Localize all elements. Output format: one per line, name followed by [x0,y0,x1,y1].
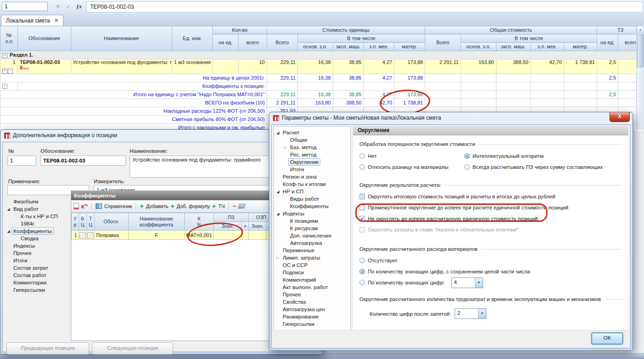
params-tree-item[interactable]: ◢НР и СП [274,188,350,195]
cell-value[interactable] [425,98,461,107]
scroll-up-icon[interactable]: ▲ [637,26,644,33]
cell-value[interactable]: 163,80 [461,59,496,74]
params-tree-item[interactable]: Ранжирование [274,313,350,320]
params-tree-item[interactable]: Автозагрузка [274,239,350,247]
cell-value[interactable] [425,82,461,90]
section-row[interactable]: −Раздел 1. [0,51,644,59]
checkbox-option[interactable]: Промежуточное округление до копеек при р… [359,202,622,213]
params-tree-item[interactable]: К ресурсам [274,225,350,232]
cell-value[interactable]: 173,88 [394,74,425,82]
tree-open-icon[interactable]: ◢ [275,131,281,135]
cell[interactable] [241,231,249,240]
tree-open-icon[interactable]: ◢ [275,212,281,216]
close-icon[interactable]: X [610,112,630,122]
cell-value[interactable] [461,82,496,90]
info-tree-item[interactable]: ◢Вид работ [5,205,69,213]
params-dialog-titlebar[interactable]: Параметры сметы - Мои сметы\Новая папка\… [269,112,633,123]
cell-value[interactable] [496,98,530,107]
cell-k[interactable]: F [128,231,184,240]
sheet-icon[interactable] [74,203,79,209]
cancel-icon[interactable]: ✕ [53,2,63,11]
params-tree-item[interactable]: ▷Лимит. затраты [274,254,350,261]
dropdown-arrow-icon[interactable]: ▼ [475,278,483,288]
cell-value[interactable] [461,74,496,82]
cell-value[interactable] [461,98,496,107]
vertical-scrollbar[interactable]: ▲ [636,26,644,130]
cell-value[interactable] [530,74,564,82]
cell-value[interactable]: 38,85 [333,59,364,74]
radio-option[interactable]: По количеству значащих цифр, с сохранени… [359,266,622,277]
cell-value[interactable]: 229,11 [267,90,297,98]
params-tree-item[interactable]: Акт выполн. работ [274,284,350,291]
estimate-sub-row[interactable]: Итого на единицу с учетом "Надо Поправка… [0,90,644,98]
params-tree-item[interactable]: Итоги [274,166,350,173]
radio-option[interactable]: Относить разницу на материалы [359,162,464,173]
cell-value[interactable]: 1 738,81 [394,98,425,107]
estimate-sub-row[interactable]: ВСЕГО на физобъем (10)2 291,11163,80388,… [0,98,644,107]
previous-position-button[interactable]: Предыдущая позиция [6,342,89,354]
cell[interactable] [213,59,239,74]
tree-open-icon[interactable]: ◢ [6,207,11,211]
dropdown-arrow-icon[interactable]: ▼ [478,309,486,318]
cell-value[interactable]: 42,70 [530,59,564,74]
info-tree-item[interactable]: Состав затрат [5,264,69,272]
collapse-icon[interactable]: − [2,53,7,58]
info-tree-item[interactable]: 1984г. [5,220,69,227]
cell-value[interactable] [425,90,461,98]
name-box-input[interactable] [2,2,48,11]
cell-tz-per-unit[interactable] [597,98,618,107]
justification-field[interactable] [40,156,126,166]
info-tree-item[interactable]: Состав работ [5,272,69,279]
cell-value[interactable] [496,90,530,98]
cell[interactable] [249,231,267,240]
ok-button[interactable]: OK [592,333,623,344]
params-tree-item[interactable]: К позициям [274,217,350,225]
params-tree-item[interactable]: Рес. метод [274,151,350,158]
cell-unit[interactable]: 1 м3 основания [172,59,213,74]
eraser-icon[interactable] [238,204,246,208]
cell-value[interactable]: 4,27 [364,90,394,98]
params-tree-item[interactable]: Свойства [274,298,350,306]
params-tree-item[interactable]: Доп. начисления [274,232,350,239]
cell-value[interactable]: 38,85 [333,90,364,98]
checkbox-option[interactable]: Округлять итоговую стоимость позиций и р… [359,191,622,202]
cell-value[interactable]: 2 291,11 [267,98,297,107]
tree-open-icon[interactable]: ◢ [6,229,11,233]
cell-value[interactable]: 16,38 [297,90,333,98]
cell-value[interactable]: 2 291,11 [425,59,461,74]
section-cell[interactable]: −Раздел 1. [0,51,644,59]
params-tree-item[interactable]: Комментарий [274,276,350,284]
cell[interactable] [214,231,242,240]
info-tree-item[interactable]: Итоги [5,257,69,264]
reference-button[interactable]: Справочник [104,203,132,209]
info-tree-item[interactable]: Индексы [5,242,69,249]
remove-icon[interactable]: − [233,203,236,209]
params-tree-item[interactable]: Прочее [274,291,350,298]
cell[interactable]: − [0,82,18,90]
add-button[interactable]: Добавить [146,203,169,209]
cell-value[interactable] [530,82,564,90]
scrollbar-thumb[interactable] [637,34,644,67]
cell-value[interactable]: 388,50 [333,98,364,107]
cell-name[interactable]: Поправка [95,231,128,240]
checkbox-option[interactable]: ✓Не округлять до копеек рассчитанную еди… [359,213,622,224]
cell-pz-value[interactable]: МАТ=0,001 [184,231,213,240]
cell-tz-per-unit[interactable]: 2,5 [597,59,618,74]
params-tree-item[interactable]: Автозагрузка цен [274,306,350,313]
expand-icon[interactable]: + [2,69,7,74]
cell-value[interactable] [425,74,461,82]
radio-option[interactable]: Всегда рассчитывать ПЗ через сумму соста… [464,162,622,173]
tree-closed-icon[interactable]: ▷ [275,256,281,260]
cell-checkbox[interactable]: ✓ [86,231,94,240]
info-tree-item[interactable]: ◢Коэффициенты [5,227,69,235]
cell-value[interactable]: 16,38 [297,74,333,82]
estimate-position-row[interactable]: 1+−ТЕР08-01-002-03Кпоз.Устройство основа… [0,59,644,74]
row-label[interactable]: На единицу в ценах 2001г. [0,74,267,82]
info-tree-item[interactable]: Физобъем [5,198,69,205]
params-tree-item[interactable]: ОС и ССР [274,261,350,269]
cell-value[interactable]: 173,88 [394,90,425,98]
info-tree-item[interactable]: Гиперссылки [5,286,69,294]
cell-value[interactable] [530,98,564,107]
cell-value[interactable]: 38,85 [333,74,364,82]
cell-value[interactable] [267,82,297,90]
